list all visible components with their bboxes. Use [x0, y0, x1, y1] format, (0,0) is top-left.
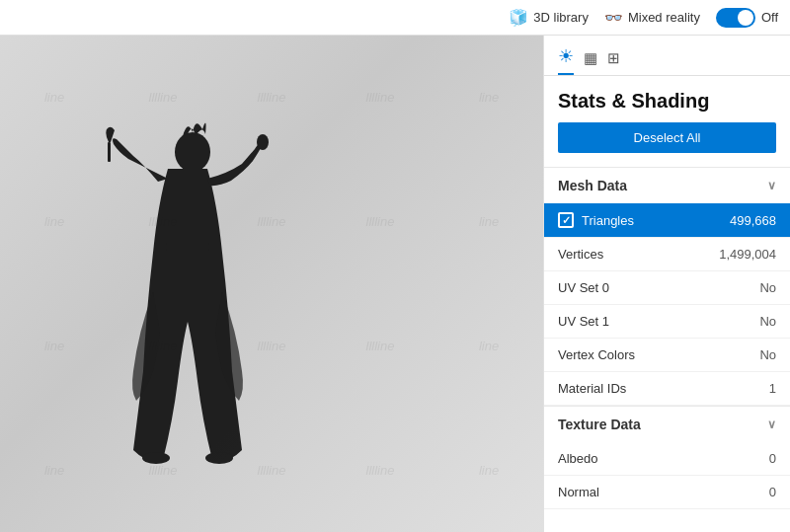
- character-model: [89, 114, 286, 480]
- mixed-reality-label: Mixed reality: [628, 10, 700, 25]
- watermark: lllline: [326, 36, 434, 160]
- main-content: line lllline lllline lllline line line l…: [0, 36, 790, 532]
- vertex-colors-value: No: [759, 347, 776, 362]
- vertex-colors-row[interactable]: Vertex Colors No: [544, 339, 790, 372]
- tab-grid[interactable]: ⊞: [607, 49, 620, 75]
- toggle-label: Off: [761, 10, 778, 25]
- svg-point-4: [142, 452, 170, 464]
- vertex-colors-label: Vertex Colors: [558, 347, 759, 362]
- svg-point-5: [205, 452, 233, 464]
- topbar-right: 🧊 3D library 👓 Mixed reality Off: [509, 8, 778, 28]
- stats-panel: ☀ ▦ ⊞ Stats & Shading Deselect All Mesh …: [543, 36, 790, 532]
- texture-data-label: Texture Data: [558, 417, 641, 432]
- normal-row[interactable]: Normal 0: [544, 476, 790, 509]
- library-icon: 🧊: [509, 8, 528, 27]
- mesh-data-chevron: ∨: [767, 179, 776, 192]
- triangles-label: Triangles: [582, 213, 730, 228]
- triangles-value: 499,668: [730, 213, 776, 228]
- watermark: line: [434, 160, 543, 284]
- watermark: line: [434, 284, 543, 409]
- tab-stats[interactable]: ▦: [584, 49, 597, 75]
- albedo-row[interactable]: Albedo 0: [544, 442, 790, 476]
- topbar: 🧊 3D library 👓 Mixed reality Off: [0, 0, 790, 36]
- triangles-checkbox: [558, 212, 574, 228]
- uvset1-value: No: [759, 314, 776, 329]
- svg-point-0: [175, 132, 210, 172]
- watermark: line: [434, 408, 543, 532]
- 3d-library-button[interactable]: 🧊 3D library: [509, 8, 589, 27]
- albedo-value: 0: [769, 451, 776, 466]
- toggle-knob: [738, 10, 753, 26]
- mixed-reality-icon: 👓: [604, 9, 623, 27]
- mesh-data-label: Mesh Data: [558, 178, 627, 193]
- uvset1-row[interactable]: UV Set 1 No: [544, 305, 790, 339]
- normal-value: 0: [769, 485, 776, 499]
- material-ids-row[interactable]: Material IDs 1: [544, 372, 790, 406]
- tab-shading[interactable]: ☀: [558, 45, 574, 75]
- vertices-value: 1,499,004: [719, 247, 776, 262]
- watermark: lllline: [326, 284, 434, 409]
- viewport[interactable]: line lllline lllline lllline line line l…: [0, 36, 543, 532]
- svg-point-2: [257, 134, 269, 150]
- panel-title: Stats & Shading: [544, 76, 790, 122]
- uvset0-row[interactable]: UV Set 0 No: [544, 271, 790, 305]
- vertices-label: Vertices: [558, 247, 719, 262]
- watermark: line: [434, 36, 543, 160]
- svg-rect-3: [166, 243, 209, 251]
- toggle-wrapper: Off: [716, 8, 778, 28]
- mesh-data-section-header[interactable]: Mesh Data ∨: [544, 167, 790, 203]
- panel-tabs: ☀ ▦ ⊞: [544, 36, 790, 76]
- uvset1-label: UV Set 1: [558, 314, 759, 329]
- mixed-reality-button[interactable]: 👓 Mixed reality: [604, 9, 700, 27]
- library-label: 3D library: [533, 10, 589, 25]
- uvset0-value: No: [759, 280, 776, 295]
- texture-data-section-header[interactable]: Texture Data ∨: [544, 406, 790, 442]
- triangles-row[interactable]: Triangles 499,668: [544, 203, 790, 238]
- material-ids-label: Material IDs: [558, 381, 769, 396]
- albedo-label: Albedo: [558, 451, 769, 466]
- svg-rect-1: [108, 142, 111, 162]
- watermark: lllline: [326, 160, 434, 284]
- mixed-reality-toggle[interactable]: [716, 8, 755, 28]
- texture-data-chevron: ∨: [767, 418, 776, 431]
- deselect-all-button[interactable]: Deselect All: [558, 122, 776, 153]
- uvset0-label: UV Set 0: [558, 280, 759, 295]
- watermark: lllline: [326, 408, 434, 532]
- normal-label: Normal: [558, 485, 769, 499]
- material-ids-value: 1: [769, 381, 776, 396]
- vertices-row[interactable]: Vertices 1,499,004: [544, 238, 790, 271]
